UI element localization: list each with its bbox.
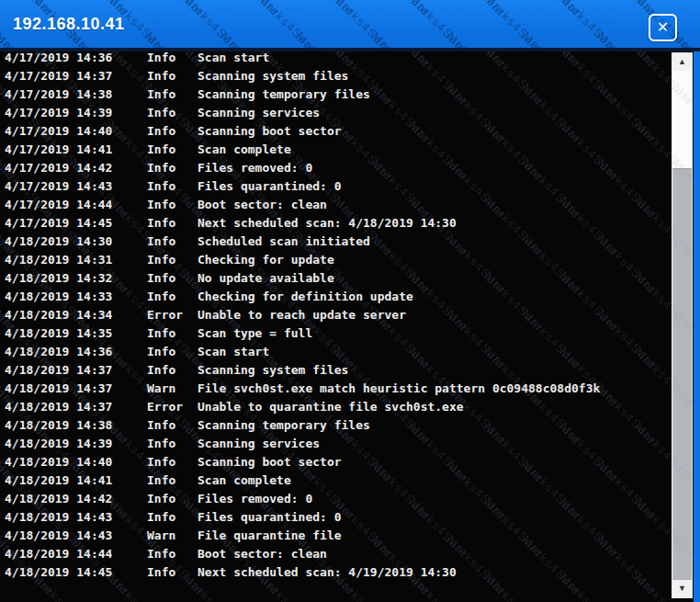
log-row: 4/18/2019 14:35InfoScan type = full [5, 324, 666, 342]
log-row: 4/18/2019 14:38InfoScanning temporary fi… [5, 415, 666, 434]
log-timestamp: 4/18/2019 14:41 [5, 473, 147, 487]
log-level: Info [147, 69, 198, 83]
log-timestamp: 4/18/2019 14:37 [5, 363, 147, 377]
scroll-down-button[interactable]: ▼ [672, 580, 692, 597]
log-message: Files quarantined: 0 [198, 179, 666, 193]
log-timestamp: 4/18/2019 14:37 [5, 381, 147, 395]
log-timestamp: 4/18/2019 14:39 [5, 437, 147, 450]
log-level: Info [147, 216, 198, 230]
log-level: Info [147, 565, 198, 579]
scrollbar-track[interactable] [672, 71, 692, 580]
log-message: Scan complete [198, 473, 666, 487]
log-message: Scan type = full [198, 326, 666, 340]
log-row: 4/17/2019 14:44InfoBoot sector: clean [5, 195, 666, 213]
log-level: Info [147, 198, 198, 211]
log-timestamp: 4/18/2019 14:36 [5, 345, 147, 358]
log-message: Checking for update [198, 253, 666, 267]
log-row: 4/18/2019 14:30InfoScheduled scan initia… [5, 232, 666, 250]
log-message: Scanning boot sector [198, 455, 666, 469]
watermark-text: Marks4Sure [368, 0, 434, 19]
log-level: Info [147, 124, 198, 138]
watermark-text: Marks4Sure [368, 29, 434, 48]
log-timestamp: 4/17/2019 14:40 [5, 124, 147, 138]
log-message: Scanning temporary files [198, 418, 666, 432]
log-row: 4/18/2019 14:44InfoBoot sector: clean [5, 544, 666, 562]
log-message: Scanning system files [198, 69, 666, 83]
log-timestamp: 4/18/2019 14:45 [5, 565, 147, 579]
log-level: Info [147, 290, 198, 303]
log-row: 4/17/2019 14:36InfoScan start [5, 51, 666, 66]
log-timestamp: 4/17/2019 14:42 [5, 161, 147, 175]
log-level: Info [147, 87, 198, 101]
log-level: Info [147, 345, 198, 358]
log-level: Info [147, 271, 198, 285]
log-message: Scanning services [198, 437, 666, 450]
log-message: Scan start [198, 51, 666, 64]
log-message: Unable to quarantine file svch0st.exe [198, 400, 666, 414]
log-message: Boot sector: clean [198, 198, 666, 211]
log-level: Info [147, 106, 198, 119]
log-row: 4/18/2019 14:31InfoChecking for update [5, 250, 666, 268]
log-row: 4/17/2019 14:43InfoFiles quarantined: 0 [5, 176, 666, 195]
log-message: Scanning system files [198, 363, 666, 377]
watermark-text: Marks4Sure [142, 29, 208, 48]
watermark-text: Marks4Sure [331, 0, 396, 48]
log-message: Files removed: 0 [198, 161, 666, 175]
watermark-text: Marks4Sure [218, 0, 283, 19]
watermark-text: Marks4Sure [255, 0, 321, 48]
log-row: 4/18/2019 14:45InfoNext scheduled scan: … [5, 562, 666, 581]
log-timestamp: 4/18/2019 14:44 [5, 547, 147, 561]
close-icon: ✕ [657, 20, 669, 35]
log-row: 4/17/2019 14:41InfoScan complete [5, 140, 666, 158]
log-message: Scheduled scan initiated [198, 234, 666, 248]
log-level: Info [147, 179, 198, 193]
titlebar: Marks4SureMarks4SureMarks4SureMarks4Sure… [0, 0, 700, 51]
watermark-text: Marks4Sure [406, 0, 471, 48]
log-level: Info [147, 473, 198, 487]
watermark-text: Marks4Sure [557, 0, 622, 48]
vertical-scrollbar[interactable]: ▲ ▼ [672, 52, 693, 598]
log-row: 4/17/2019 14:42InfoFiles removed: 0 [5, 158, 666, 176]
log-viewport: 4/17/2019 14:36InfoScan start4/17/2019 1… [0, 51, 694, 602]
log-message: Scan start [198, 345, 666, 358]
log-level: Info [147, 437, 198, 450]
log-message: Checking for definition update [198, 290, 666, 303]
log-row: 4/18/2019 14:43InfoFiles quarantined: 0 [5, 507, 666, 526]
log-level: Warn [147, 528, 198, 542]
watermark-text: Marks4Sure [293, 0, 358, 19]
watermark-text: Marks4Sure [218, 29, 283, 48]
log-timestamp: 4/18/2019 14:31 [5, 253, 147, 267]
log-level: Info [147, 455, 198, 469]
log-timestamp: 4/17/2019 14:39 [5, 106, 147, 119]
log-row: 4/17/2019 14:45InfoNext scheduled scan: … [5, 213, 666, 232]
log-timestamp: 4/18/2019 14:38 [5, 418, 147, 432]
log-timestamp: 4/18/2019 14:40 [5, 455, 147, 469]
watermark-text: Marks4Sure [481, 0, 547, 48]
log-message: Files quarantined: 0 [198, 510, 666, 524]
log-timestamp: 4/18/2019 14:32 [5, 271, 147, 285]
log-list: 4/17/2019 14:36InfoScan start4/17/2019 1… [5, 51, 666, 581]
log-row: 4/18/2019 14:42InfoFiles removed: 0 [5, 489, 666, 507]
log-row: 4/18/2019 14:40InfoScanning boot sector [5, 452, 666, 471]
log-timestamp: 4/18/2019 14:34 [5, 308, 147, 322]
scrollbar-thumb[interactable] [672, 168, 692, 580]
log-timestamp: 4/18/2019 14:37 [5, 400, 147, 414]
log-row: 4/18/2019 14:37ErrorUnable to quarantine… [5, 397, 666, 415]
log-row: 4/18/2019 14:39InfoScanning services [5, 434, 666, 452]
scroll-up-button[interactable]: ▲ [672, 53, 692, 71]
log-timestamp: 4/18/2019 14:30 [5, 234, 147, 248]
down-arrow-icon: ▼ [678, 585, 686, 593]
watermark-text: Marks4Sure [180, 0, 245, 48]
close-button[interactable]: ✕ [649, 14, 677, 41]
watermark-text: Marks4Sure [142, 0, 208, 19]
log-timestamp: 4/17/2019 14:45 [5, 216, 147, 230]
log-message: Files removed: 0 [198, 492, 666, 505]
log-timestamp: 4/17/2019 14:44 [5, 198, 147, 211]
log-message: File svch0st.exe match heuristic pattern… [198, 381, 666, 395]
log-level: Info [147, 51, 198, 64]
log-message: Scanning boot sector [198, 124, 666, 138]
up-arrow-icon: ▲ [678, 58, 686, 66]
log-level: Info [147, 142, 198, 156]
log-window: Marks4SureMarks4SureMarks4SureMarks4Sure… [0, 0, 700, 602]
log-row: 4/17/2019 14:39InfoScanning services [5, 103, 666, 121]
